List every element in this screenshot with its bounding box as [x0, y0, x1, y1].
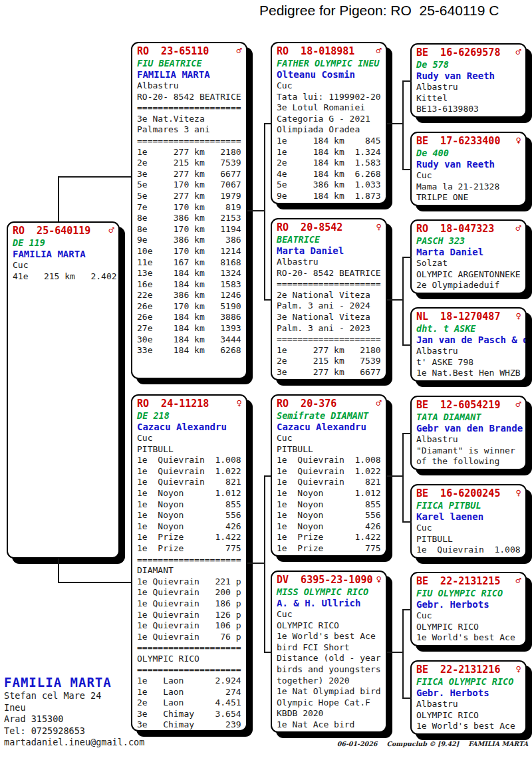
connector-line	[402, 433, 412, 434]
detail-line: 1e Quievrain 1.022	[137, 466, 242, 477]
detail-line: Cuc	[416, 610, 521, 622]
pigeon-nickname: BEATRICE	[277, 234, 382, 245]
pigeon-nickname: FIICA OLYMPIC RICO	[416, 676, 521, 688]
footer-owner: FAMILIA MARTA	[468, 740, 528, 747]
pigeon-nickname: TATA DIAMANT	[416, 412, 521, 423]
box-header: RO 18-018981♂	[277, 45, 382, 58]
detail-line: Olympic Hope Cat.F	[277, 698, 382, 709]
detail-line: 1e Quievrain 186 p	[137, 598, 242, 610]
box-header: BE 12-6054219♂	[416, 399, 521, 412]
ring-number: BE 17-6233400	[416, 135, 500, 148]
contact-street: Stefan cel Mare 24	[4, 690, 144, 702]
connector-line	[264, 475, 265, 652]
detail-line: 26e 170 km 5190	[137, 301, 242, 313]
owner-name: Marta Daniel	[277, 245, 382, 257]
detail-line: Mama la 21-21328	[416, 182, 521, 193]
detail-line: Solzat	[416, 258, 521, 269]
owner-name: FAMILIA MARTA	[13, 249, 114, 260]
detail-line: ====================	[137, 642, 242, 654]
contact-email[interactable]: martadaniel.ineu@gmail.com	[4, 737, 144, 749]
detail-line: Palm. 3 ani - 2024	[277, 301, 382, 312]
connector-line	[402, 169, 412, 170]
box-header: BE 22-2131215♂	[416, 575, 521, 588]
detail-line: 1e Quievrain 821	[137, 477, 242, 488]
detail-line: Cuc	[277, 80, 382, 92]
detail-line: Cuc	[13, 260, 114, 271]
detail-line: 3e Lotul Romaniei	[277, 102, 382, 114]
pigeon-nickname: FIU BEATRICE	[137, 58, 242, 69]
page-title: Pedigree for Pigeon: RO 25-640119 C	[259, 3, 499, 19]
owner-name: Jan van de Pasch & d	[416, 334, 521, 346]
detail-line: Distance (old - year	[277, 653, 382, 664]
connector-line	[58, 176, 131, 178]
detail-line: KBDB 2020	[277, 708, 382, 719]
detail-line: birds and youngsters	[277, 664, 382, 676]
ring-number: BE 16-6269578	[416, 47, 500, 59]
detail-line: 1e Quievrain 126 p	[137, 610, 242, 621]
pigeon-nickname: FIU OLYMPIC RICO	[416, 588, 521, 599]
detail-line: 9e 386 km 386	[137, 235, 242, 246]
pigeon-nickname: Semifrate DIAMANT	[277, 410, 382, 422]
female-icon: ♀	[376, 574, 382, 584]
ring-number: NL 18-1270487	[416, 311, 500, 323]
footer-date: 06-01-2026	[337, 740, 378, 747]
owner-name: Marta Daniel	[416, 247, 521, 258]
detail-line: 1e Noyon 1.012	[277, 488, 382, 499]
connector-line	[387, 123, 404, 124]
contact-block: FAMILIA MARTA Stefan cel Mare 24 Ineu Ar…	[4, 674, 144, 749]
detail-line: 1e Quievrain 1.008	[277, 455, 382, 466]
box-header: BE 16-6200245♀	[416, 487, 521, 500]
male-icon: ♂	[109, 225, 114, 235]
detail-line: 1e Quievrain 821	[277, 477, 382, 488]
ring-number: BE 16-6200245	[416, 487, 500, 500]
pedigree-box-p2: RO 24-11218♀DE 218Cazacu AlexandruCucPIT…	[131, 394, 247, 731]
detail-line: 1e Quievrain 1.008	[416, 545, 521, 556]
connector-line	[402, 433, 404, 521]
detail-line: 1e Quievrain 1.022	[277, 466, 382, 477]
male-icon: ♂	[376, 398, 382, 408]
detail-line: 1e Prize 775	[277, 543, 382, 555]
detail-line: 1e Quievrain 1.008	[137, 455, 242, 466]
detail-line: 1e Prize 1.422	[277, 532, 382, 543]
detail-line: Albastru	[416, 434, 521, 446]
ring-number: BE 22-2131216	[416, 664, 500, 676]
connector-line	[264, 123, 265, 299]
ring-number: RO 20-8542	[277, 221, 342, 234]
detail-line: RO-20- 8542 BEATRICE	[137, 92, 242, 103]
connector-line	[58, 559, 59, 582]
owner-name: A. & H. Ullrich	[277, 598, 382, 609]
ring-number: RO 25-640119	[13, 225, 90, 237]
connector-line	[247, 210, 264, 211]
detail-line: PITBULL	[137, 444, 242, 455]
ring-number: RO 23-65110	[137, 45, 209, 58]
male-icon: ♂	[516, 223, 521, 233]
box-header: RO 20-8542♀	[277, 221, 382, 234]
detail-line: 5e 386 km 1.033	[277, 180, 382, 191]
detail-line: Kittel	[416, 93, 521, 104]
male-icon: ♂	[516, 575, 521, 586]
owner-name: Gebr. Herbots	[416, 688, 521, 699]
detail-line: ====================	[277, 334, 382, 345]
detail-line: 1e Noyon 556	[137, 510, 242, 521]
pigeon-nickname: FATHER OLYMPIC INEU	[277, 58, 382, 69]
pigeon-nickname: DE 218	[137, 410, 242, 422]
pedigree-box-gg4: NL 18-1270487♀dht. t ASKEJan van de Pasc…	[410, 307, 527, 382]
male-icon: ♂	[516, 399, 521, 410]
detail-line: 1e Noyon 426	[277, 521, 382, 533]
pedigree-box-gg7: BE 22-2131215♂FIU OLYMPIC RICOGebr. Herb…	[410, 572, 527, 646]
detail-line: 5e 277 km 1979	[137, 191, 242, 202]
pigeon-nickname: PASCH 323	[416, 235, 521, 247]
footer-app: Compuclub © [9.42]	[386, 740, 459, 747]
detail-line: 1e Quievrain 221 p	[137, 576, 242, 588]
detail-line: Albastru	[137, 80, 242, 92]
detail-line: 3e Chimay 3.654	[137, 709, 242, 720]
detail-line: 1e Prize 775	[137, 543, 242, 555]
contact-name: FAMILIA MARTA	[4, 674, 144, 690]
contact-city: Ineu	[4, 702, 144, 714]
female-icon: ♀	[376, 221, 382, 232]
detail-line: together) 2020	[277, 676, 382, 687]
box-header: DV 6395-23-1090♀	[277, 574, 382, 586]
pedigree-box-gg3: RO 18-047323♂PASCH 323Marta DanielSolzat…	[410, 219, 527, 294]
detail-line: ====================	[137, 555, 242, 566]
female-icon: ♀	[516, 135, 521, 146]
